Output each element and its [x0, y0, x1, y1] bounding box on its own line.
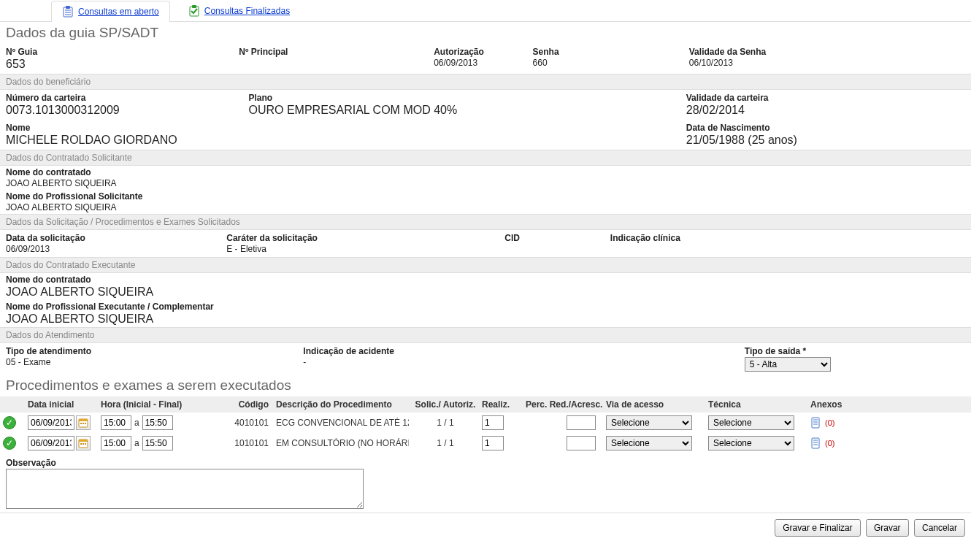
senha-value: 660	[533, 58, 548, 68]
section-executante: Dados do Contratado Executante	[0, 257, 971, 273]
anexos-count: (0)	[825, 439, 834, 448]
autorizacao-value: 06/09/2013	[434, 58, 477, 68]
n-guia-value: 653	[6, 58, 26, 70]
autorizacao-label: Autorização	[434, 47, 529, 57]
nasc-label: Data de Nascimento	[686, 123, 971, 133]
carteira-label: Número da carteira	[6, 93, 246, 103]
clipboard-icon	[62, 6, 74, 18]
ind-acidente-label: Indicação de acidente	[303, 346, 744, 356]
validade-cart-value: 28/02/2014	[686, 104, 745, 116]
n-principal-label: Nº Principal	[239, 47, 431, 57]
data-inicial-input[interactable]	[28, 415, 74, 430]
guia-fields: Nº Guia 653 Nº Principal Autorização 06/…	[0, 44, 971, 74]
tipo-saida-select[interactable]: 5 - Alta	[745, 357, 831, 372]
senha-label: Senha	[533, 47, 686, 57]
tab-consultas-finalizadas[interactable]: Consultas Finalizadas	[177, 0, 301, 21]
svg-rect-21	[812, 438, 819, 448]
tipo-atend-label: Tipo de atendimento	[6, 346, 303, 356]
n-guia-label: Nº Guia	[6, 47, 236, 57]
codigo-value: 4010101	[225, 418, 276, 428]
hora-inicial-input[interactable]	[101, 436, 131, 450]
exec-prof-label: Nome do Profissional Executante / Comple…	[6, 302, 965, 312]
status-ok-icon: ✓	[3, 437, 16, 450]
solic-autoriz-value: 1 / 1	[409, 418, 482, 428]
svg-rect-19	[82, 443, 84, 445]
hdr-hora: Hora (Inicial - Final)	[101, 399, 225, 410]
hdr-solic: Solic./ Autoriz.	[409, 399, 482, 410]
exec-contratado-value: JOAO ALBERTO SIQUEIRA	[6, 285, 153, 298]
hdr-data: Data inicial	[28, 399, 101, 410]
tab-consultas-finalizadas-label[interactable]: Consultas Finalizadas	[204, 6, 290, 16]
solic-prof-label: Nome do Profissional Solicitante	[6, 191, 965, 202]
svg-rect-18	[80, 443, 82, 445]
solic-contratado-value: JOAO ALBERTO SIQUEIRA	[6, 178, 117, 188]
tecnica-select[interactable]: Selecione	[708, 436, 794, 450]
status-ok-icon: ✓	[3, 416, 16, 429]
via-acesso-select[interactable]: Selecione	[606, 436, 692, 450]
observacao-textarea[interactable]	[6, 469, 364, 509]
realiz-input[interactable]	[482, 436, 504, 450]
plano-value: OURO EMPRESARIAL COM MOD 40%	[249, 104, 458, 116]
footer-actions: Gravar e Finalizar Gravar Cancelar	[0, 513, 971, 542]
section-atendimento: Dados do Atendimento	[0, 327, 971, 343]
section-title-guia: Dados da guia SP/SADT	[6, 25, 971, 41]
hora-final-input[interactable]	[142, 436, 173, 450]
tabs-bar: Consultas em aberto Consultas Finalizada…	[0, 0, 971, 22]
exec-contratado-label: Nome do contratado	[6, 275, 965, 285]
svg-rect-10	[82, 423, 84, 424]
svg-rect-11	[85, 423, 86, 424]
calendar-icon[interactable]	[76, 436, 91, 450]
data-inicial-input[interactable]	[28, 436, 74, 450]
observacao-label: Observação	[6, 458, 965, 468]
a-separator: a	[134, 418, 139, 428]
hdr-tecnica: Técnica	[708, 399, 810, 410]
document-icon[interactable]	[810, 417, 822, 429]
a-separator: a	[134, 438, 139, 448]
plano-label: Plano	[249, 93, 537, 103]
tecnica-select[interactable]: Selecione	[708, 415, 794, 430]
benef-fields-1: Número da carteira 0073.1013000312009 Pl…	[0, 90, 971, 120]
hdr-perc: Perc. Red./Acresc.	[526, 399, 606, 410]
perc-input[interactable]	[567, 415, 596, 430]
indic-clinica-label: Indicação clínica	[610, 233, 965, 243]
hora-final-input[interactable]	[142, 415, 173, 430]
section-beneficiario: Dados do beneficiário	[0, 74, 971, 90]
nasc-value: 21/05/1988 (25 anos)	[686, 134, 797, 146]
realiz-input[interactable]	[482, 415, 504, 430]
solic-contratado-label: Nome do contratado	[6, 167, 965, 177]
hdr-codigo: Código	[225, 399, 276, 410]
gravar-button[interactable]: Gravar	[866, 519, 909, 537]
document-icon[interactable]	[810, 437, 822, 449]
perc-input[interactable]	[567, 436, 596, 450]
hdr-via: Via de acesso	[606, 399, 708, 410]
hdr-descricao: Descrição do Procedimento	[276, 399, 409, 410]
tab-consultas-aberto-label[interactable]: Consultas em aberto	[78, 7, 159, 17]
solic-autoriz-value: 1 / 1	[409, 438, 482, 448]
cancelar-button[interactable]: Cancelar	[914, 519, 965, 537]
proc-table-header: Data inicial Hora (Inicial - Final) Códi…	[0, 396, 971, 413]
exec-prof-value: JOAO ALBERTO SIQUEIRA	[6, 312, 153, 325]
nome-label: Nome	[6, 123, 246, 133]
cid-label: CID	[504, 233, 610, 243]
carater-label: Caráter da solicitação	[226, 233, 504, 243]
table-row: ✓a4010101ECG CONVENCIONAL DE ATÉ 121 / 1…	[0, 413, 971, 433]
svg-rect-8	[79, 419, 88, 421]
data-solic-label: Data da solicitação	[6, 233, 226, 243]
calendar-icon[interactable]	[76, 415, 91, 430]
via-acesso-select[interactable]: Selecione	[606, 415, 692, 430]
descricao-value: EM CONSULTÓRIO (NO HORÁRIO	[276, 438, 409, 448]
hora-inicial-input[interactable]	[101, 415, 131, 430]
tab-consultas-aberto[interactable]: Consultas em aberto	[51, 1, 170, 22]
benef-fields-2: Nome MICHELE ROLDAO GIORDANO Data de Nas…	[0, 120, 971, 150]
section-title-proc: Procedimentos e exames a serem executado…	[6, 377, 971, 394]
anexos-count: (0)	[825, 418, 834, 427]
table-row: ✓a1010101EM CONSULTÓRIO (NO HORÁRIO1 / 1…	[0, 433, 971, 453]
svg-rect-6	[192, 5, 196, 8]
svg-rect-20	[85, 443, 86, 445]
section-solicitante: Dados do Contratado Solicitante	[0, 150, 971, 166]
svg-rect-17	[79, 440, 88, 442]
hdr-realiz: Realiz.	[482, 399, 526, 410]
validade-senha-value: 06/10/2013	[689, 58, 733, 68]
gravar-finalizar-button[interactable]: Gravar e Finalizar	[775, 519, 860, 537]
carteira-value: 0073.1013000312009	[6, 104, 120, 116]
